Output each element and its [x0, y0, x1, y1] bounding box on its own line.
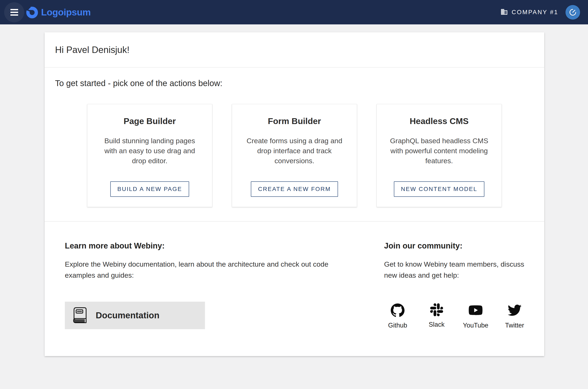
user-avatar[interactable]	[565, 5, 580, 20]
logo[interactable]: Logoipsum	[26, 5, 91, 19]
github-link[interactable]: Github	[384, 303, 411, 329]
page-title: Hi Pavel Denisjuk!	[55, 45, 130, 55]
documentation-link[interactable]: Documentation	[65, 302, 205, 329]
card-title: Form Builder	[268, 116, 321, 126]
greeting-section: Hi Pavel Denisjuk!	[45, 32, 544, 67]
building-icon	[500, 8, 508, 16]
social-links-row: Github Slack You	[384, 303, 530, 329]
top-app-bar: Logoipsum COMPANY #1	[0, 0, 588, 24]
github-icon	[391, 303, 404, 318]
actions-section: To get started - pick one of the actions…	[45, 67, 544, 221]
card-title: Headless CMS	[410, 116, 469, 126]
community-column: Join our community: Get to know Webiny t…	[384, 241, 530, 329]
learn-more-column: Learn more about Webiny: Explore the Web…	[65, 241, 360, 329]
twitter-link[interactable]: Twitter	[501, 303, 528, 329]
social-label: YouTube	[463, 322, 488, 329]
bottom-section: Learn more about Webiny: Explore the Web…	[45, 222, 544, 329]
action-cards-row: Page Builder Build stunning landing page…	[55, 104, 534, 207]
form-builder-card: Form Builder Create forms using a drag a…	[232, 104, 357, 207]
slack-icon	[430, 303, 443, 317]
menu-button[interactable]	[4, 2, 24, 22]
build-new-page-button[interactable]: BUILD A NEW PAGE	[110, 181, 189, 197]
hamburger-icon	[10, 9, 18, 10]
social-label: Twitter	[505, 322, 524, 329]
create-new-form-button[interactable]: CREATE A NEW FORM	[251, 181, 338, 197]
card-description: Build stunning landing pages with an eas…	[98, 136, 202, 166]
community-paragraph: Get to know Webiny team members, discuss…	[384, 259, 530, 281]
social-label: Github	[388, 322, 407, 329]
learn-more-heading: Learn more about Webiny:	[65, 241, 360, 250]
logo-text: Logoipsum	[41, 7, 91, 18]
new-content-model-button[interactable]: NEW CONTENT MODEL	[394, 181, 484, 197]
logoipsum-mark-icon	[26, 5, 38, 19]
learn-more-paragraph: Explore the Webiny documentation, learn …	[65, 259, 360, 281]
card-description: Create forms using a drag and drop inter…	[242, 136, 347, 166]
twitter-icon	[508, 303, 522, 318]
slack-link[interactable]: Slack	[423, 303, 450, 329]
community-heading: Join our community:	[384, 241, 530, 250]
company-label: COMPANY #1	[512, 9, 558, 16]
card-title: Page Builder	[124, 116, 176, 126]
welcome-card: Hi Pavel Denisjuk! To get started - pick…	[45, 32, 544, 356]
power-icon	[566, 6, 579, 18]
company-selector[interactable]: COMPANY #1	[500, 8, 558, 16]
youtube-link[interactable]: YouTube	[462, 303, 489, 329]
social-label: Slack	[429, 321, 445, 328]
intro-text: To get started - pick one of the actions…	[55, 79, 534, 88]
page-builder-card: Page Builder Build stunning landing page…	[87, 104, 212, 207]
youtube-icon	[468, 303, 483, 318]
card-description: GraphQL based headless CMS with powerful…	[387, 136, 491, 166]
headless-cms-card: Headless CMS GraphQL based headless CMS …	[377, 104, 502, 207]
book-icon	[72, 306, 88, 325]
documentation-label: Documentation	[96, 310, 160, 321]
